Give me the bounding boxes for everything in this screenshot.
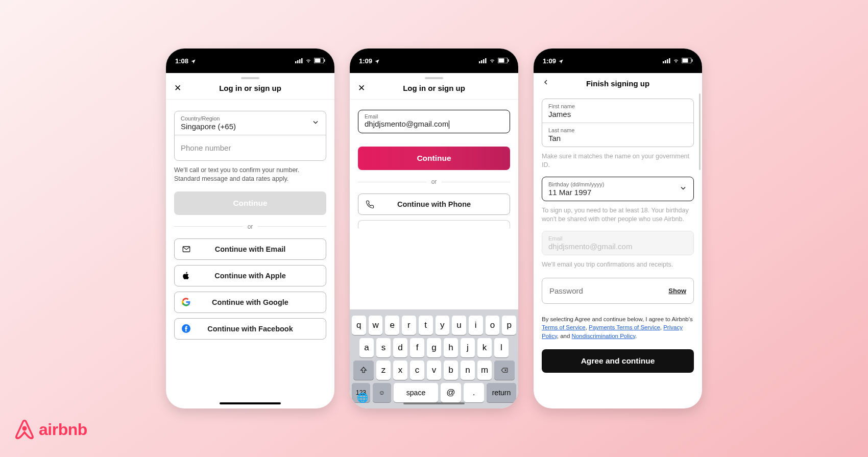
- close-icon[interactable]: ✕: [358, 83, 365, 93]
- svg-rect-12: [485, 58, 487, 63]
- svg-rect-5: [315, 58, 321, 62]
- key-m[interactable]: m: [477, 360, 492, 380]
- key-j[interactable]: j: [461, 338, 475, 357]
- modal-header: ✕ Log in or sign up: [350, 81, 518, 100]
- email-helper: We'll email you trip confirmations and r…: [542, 260, 694, 269]
- svg-rect-14: [499, 58, 504, 62]
- signal-icon: [479, 57, 487, 65]
- globe-icon[interactable]: 🌐: [357, 392, 368, 403]
- emoji-key[interactable]: ☺: [373, 383, 391, 402]
- svg-rect-20: [667, 59, 668, 63]
- scrollbar[interactable]: [699, 93, 701, 170]
- sheet-handle[interactable]: [241, 77, 259, 79]
- key-a[interactable]: a: [359, 338, 374, 357]
- brand-logo: airbnb: [15, 419, 87, 440]
- email-input[interactable]: Email dhjdjsmento@gmail.com: [358, 110, 510, 133]
- partial-option: [358, 220, 510, 228]
- continue-email-button[interactable]: Continue with Email: [174, 238, 326, 260]
- wifi-icon: [305, 57, 312, 65]
- battery-icon: [314, 57, 325, 65]
- battery-icon: [498, 57, 509, 65]
- first-name-input[interactable]: First name James: [542, 99, 693, 123]
- key-b[interactable]: b: [444, 360, 458, 380]
- email-label: Email: [365, 113, 503, 119]
- apple-icon: [182, 271, 190, 280]
- svg-rect-2: [299, 59, 301, 63]
- key-t[interactable]: t: [419, 316, 433, 335]
- facebook-icon: [182, 324, 190, 333]
- continue-google-button[interactable]: Continue with Google: [174, 292, 326, 313]
- tos-link[interactable]: Terms of Service: [542, 324, 586, 330]
- key-s[interactable]: s: [376, 338, 391, 357]
- space-key[interactable]: space: [394, 383, 438, 402]
- key-x[interactable]: x: [393, 360, 407, 380]
- key-y[interactable]: y: [436, 316, 450, 335]
- key-p[interactable]: p: [502, 316, 516, 335]
- key-i[interactable]: i: [469, 316, 483, 335]
- payments-tos-link[interactable]: Payments Terms of Service: [589, 324, 660, 330]
- screen-finish-signup: 1:09 Finish signing up First name James …: [534, 49, 702, 408]
- shift-key[interactable]: [353, 360, 374, 380]
- key-f[interactable]: f: [410, 338, 424, 357]
- close-icon[interactable]: ✕: [174, 83, 181, 93]
- key-w[interactable]: w: [369, 316, 383, 335]
- country-select[interactable]: Country/Region Singapore (+65): [175, 111, 326, 135]
- svg-rect-10: [481, 60, 483, 63]
- key-v[interactable]: v: [427, 360, 441, 380]
- continue-facebook-button[interactable]: Continue with Facebook: [174, 318, 326, 340]
- wifi-icon: [489, 57, 496, 65]
- modal-title: Log in or sign up: [219, 84, 281, 92]
- key-g[interactable]: g: [427, 338, 441, 357]
- battery-icon: [682, 57, 693, 65]
- phone-helper-text: We'll call or text you to confirm your n…: [174, 166, 326, 183]
- key-r[interactable]: r: [402, 316, 416, 335]
- home-indicator[interactable]: [403, 402, 465, 404]
- continue-apple-button[interactable]: Continue with Apple: [174, 265, 326, 286]
- agree-continue-button[interactable]: Agree and continue: [542, 349, 694, 373]
- screen-email-login: 1:09 ✕ Log in or sign up Email dhjdjsmen…: [350, 49, 518, 408]
- or-divider: or: [174, 223, 326, 230]
- backspace-key[interactable]: [494, 360, 515, 380]
- chevron-down-icon: [311, 118, 320, 128]
- continue-button[interactable]: Continue: [174, 191, 326, 215]
- key-n[interactable]: n: [461, 360, 475, 380]
- wifi-icon: [672, 57, 680, 65]
- key-d[interactable]: d: [393, 338, 407, 357]
- key-h[interactable]: h: [444, 338, 458, 357]
- nondiscrimination-link[interactable]: Nondiscrimination Policy: [572, 333, 635, 339]
- home-indicator[interactable]: [220, 402, 281, 404]
- svg-rect-23: [683, 58, 688, 62]
- return-key[interactable]: return: [487, 383, 516, 402]
- continue-phone-button[interactable]: Continue with Phone: [358, 194, 510, 215]
- show-password-toggle[interactable]: Show: [668, 287, 686, 295]
- continue-button[interactable]: Continue: [358, 147, 510, 170]
- key-o[interactable]: o: [486, 316, 500, 335]
- email-value: dhjdjsmento@gmail.com: [365, 119, 448, 128]
- key-q[interactable]: q: [352, 316, 366, 335]
- country-label: Country/Region: [181, 115, 320, 122]
- key-l[interactable]: l: [494, 338, 509, 357]
- status-bar: 1:09: [350, 49, 518, 73]
- back-icon[interactable]: [542, 78, 550, 89]
- svg-rect-1: [297, 60, 299, 63]
- at-key[interactable]: @: [441, 383, 461, 402]
- last-name-input[interactable]: Last name Tan: [542, 123, 693, 147]
- key-k[interactable]: k: [477, 338, 492, 357]
- sheet-handle[interactable]: [425, 77, 443, 79]
- location-icon: [374, 57, 380, 65]
- password-input[interactable]: Password Show: [542, 278, 694, 304]
- key-c[interactable]: c: [410, 360, 424, 380]
- email-readonly: Email dhjdjsmento@gmail.com: [542, 231, 693, 255]
- key-u[interactable]: u: [452, 316, 466, 335]
- key-e[interactable]: e: [385, 316, 399, 335]
- location-icon: [558, 57, 564, 65]
- phone-input[interactable]: Phone number: [175, 135, 326, 160]
- svg-rect-3: [301, 58, 303, 63]
- keyboard[interactable]: qwertyuiop asdfghjkl zxcvbnm 123 ☺ space…: [350, 309, 518, 408]
- google-icon: [182, 298, 190, 306]
- dot-key[interactable]: .: [464, 383, 484, 402]
- airbnb-logo-icon: [15, 419, 34, 440]
- key-z[interactable]: z: [376, 360, 391, 380]
- birthday-input[interactable]: Birthday (dd/mm/yyyy) 11 Mar 1997: [542, 177, 693, 201]
- status-time: 1:09: [543, 57, 556, 65]
